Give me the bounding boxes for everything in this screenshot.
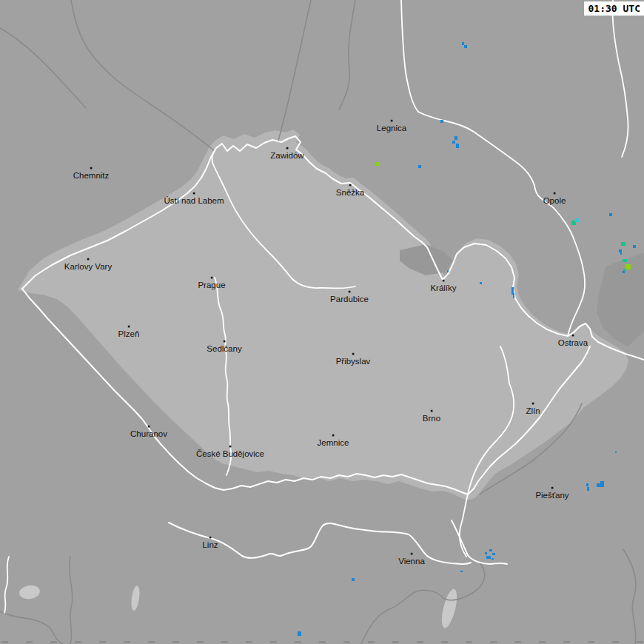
precip-echo-blue — [492, 553, 495, 555]
precip-echo-blue — [489, 549, 492, 551]
city-dot — [193, 192, 195, 195]
radar-app: ChemnitzLegnicaZawidówSněžkaÚstí nad Lab… — [0, 0, 644, 644]
precip-echo-blue — [418, 165, 421, 168]
precip-echo-blue — [513, 293, 514, 298]
precip-echo-blue — [620, 252, 622, 255]
precip-echo-teal — [621, 242, 625, 246]
city-label: Vienna — [398, 557, 425, 566]
precip-echo-cyan — [575, 218, 579, 222]
city-dot — [211, 277, 213, 279]
city-dot — [332, 435, 335, 437]
precip-echo-blue — [485, 552, 487, 554]
precip-echo-blue — [586, 483, 588, 486]
precip-echo-blue — [609, 213, 612, 216]
city-dot — [391, 120, 393, 122]
precip-echo-blue — [600, 481, 604, 484]
precip-echo-blue — [452, 141, 455, 144]
city-dot — [90, 167, 93, 170]
precip-echo-blue — [455, 136, 457, 140]
precip-echo-blue — [460, 571, 463, 572]
city-label: Jemnice — [318, 438, 349, 447]
precip-echo-blue — [352, 578, 355, 581]
city-label: Linz — [202, 540, 218, 549]
city-dot — [209, 537, 212, 539]
precip-echo-blue — [492, 558, 494, 560]
city-dot — [431, 410, 433, 412]
city-dot — [286, 147, 289, 150]
city-label: Zawidów — [270, 151, 304, 160]
city-dot — [443, 280, 445, 282]
city-dot — [352, 353, 355, 355]
precip-echo-blue — [587, 487, 589, 491]
city-dot — [229, 446, 232, 448]
city-label: Pardubice — [330, 295, 369, 303]
city-dot — [411, 553, 413, 555]
city-label: Churanov — [130, 429, 167, 438]
city-dot — [87, 258, 90, 261]
city-label: Zlín — [526, 406, 540, 415]
city-label: Přibyslav — [336, 357, 371, 366]
city-label: Karlovy Vary — [64, 262, 113, 271]
precip-echo-blue — [440, 120, 443, 123]
city-label: Králíky — [430, 284, 456, 292]
city-label: Piešťany — [535, 491, 568, 500]
city-label: Legnica — [377, 124, 407, 133]
precip-echo-blue — [615, 452, 617, 453]
city-label: Chemnitz — [73, 171, 110, 180]
precip-echo-blue — [456, 144, 459, 148]
precip-echo-blue — [486, 556, 491, 559]
precip-echo-green — [625, 264, 631, 269]
city-dot — [128, 326, 130, 328]
city-label: České Budějovice — [196, 449, 264, 458]
city-dot — [554, 192, 556, 195]
precip-echo-blue — [447, 270, 449, 272]
precip-echo-blue — [462, 42, 464, 45]
city-dot — [349, 291, 351, 293]
precip-echo-teal — [623, 259, 627, 262]
city-dot — [224, 341, 226, 343]
city-label: Ústí nad Labem — [164, 196, 224, 205]
city-dot — [349, 184, 352, 187]
city-label: Ostrava — [558, 338, 588, 347]
city-label: Plzeň — [118, 329, 140, 338]
city-label: Sněžka — [336, 188, 365, 197]
city-dot — [532, 403, 534, 405]
city-label: Sedlčany — [207, 344, 242, 353]
radar-map: ChemnitzLegnicaZawidówSněžkaÚstí nad Lab… — [0, 0, 644, 644]
precip-echo-blue — [619, 249, 622, 252]
precip-echo-blue — [464, 45, 467, 48]
precip-echo-blue — [480, 282, 482, 284]
precip-echo-blue — [623, 271, 625, 273]
city-dot — [572, 335, 574, 337]
city-label: Prague — [198, 281, 225, 289]
city-label: Opole — [543, 196, 566, 205]
city-label: Brno — [423, 414, 440, 423]
city-dot — [148, 426, 150, 428]
precip-echo-blue — [298, 631, 301, 636]
precip-echo-blue — [633, 245, 636, 248]
timestamp-badge: 01:30 UTC — [584, 1, 644, 16]
city-dot — [551, 487, 554, 489]
precip-echo-green — [376, 162, 380, 166]
